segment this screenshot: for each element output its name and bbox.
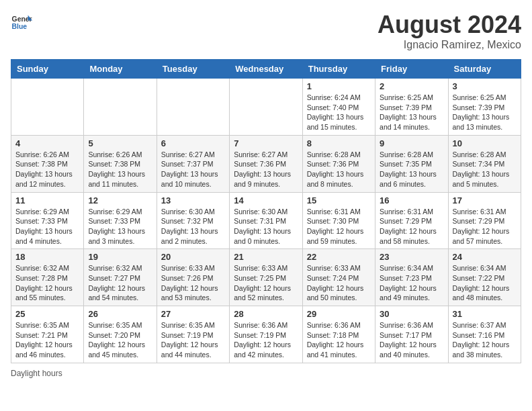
calendar-day-header: Wednesday [230,60,302,79]
day-number: 11 [15,195,79,205]
calendar-week-row: 18Sunrise: 6:32 AM Sunset: 7:28 PM Dayli… [11,249,521,306]
title-area: August 2024 Ignacio Ramirez, Mexico [378,11,521,51]
day-number: 5 [88,138,152,148]
day-info: Sunrise: 6:37 AM Sunset: 7:16 PM Dayligh… [453,320,517,360]
calendar-cell: 24Sunrise: 6:34 AM Sunset: 7:22 PM Dayli… [448,249,521,306]
day-info: Sunrise: 6:30 AM Sunset: 7:32 PM Dayligh… [161,207,225,246]
day-info: Sunrise: 6:33 AM Sunset: 7:26 PM Dayligh… [161,263,225,303]
day-number: 31 [453,309,517,319]
calendar-cell: 20Sunrise: 6:33 AM Sunset: 7:26 PM Dayli… [157,249,229,306]
day-info: Sunrise: 6:24 AM Sunset: 7:40 PM Dayligh… [307,93,371,132]
day-number: 22 [307,252,371,262]
day-info: Sunrise: 6:31 AM Sunset: 7:29 PM Dayligh… [453,207,517,246]
day-info: Sunrise: 6:25 AM Sunset: 7:39 PM Dayligh… [453,93,517,132]
page-title: August 2024 [378,11,521,39]
calendar-day-header: Monday [84,60,157,79]
calendar-week-row: 4Sunrise: 6:26 AM Sunset: 7:38 PM Daylig… [11,135,521,192]
day-number: 8 [307,138,371,148]
day-number: 28 [234,309,298,319]
calendar-cell: 2Sunrise: 6:25 AM Sunset: 7:39 PM Daylig… [375,79,448,136]
day-number: 26 [88,309,152,319]
calendar-day-header: Friday [375,60,448,79]
calendar-cell: 15Sunrise: 6:31 AM Sunset: 7:30 PM Dayli… [302,192,375,249]
day-number: 19 [88,252,152,262]
calendar-header-row: SundayMondayTuesdayWednesdayThursdayFrid… [11,60,521,79]
day-info: Sunrise: 6:35 AM Sunset: 7:20 PM Dayligh… [88,320,152,360]
day-info: Sunrise: 6:28 AM Sunset: 7:34 PM Dayligh… [453,150,517,189]
day-number: 20 [161,252,225,262]
calendar-cell: 25Sunrise: 6:35 AM Sunset: 7:21 PM Dayli… [11,306,84,363]
page-subtitle: Ignacio Ramirez, Mexico [378,39,521,51]
day-number: 1 [307,81,371,91]
day-number: 9 [380,138,443,148]
day-info: Sunrise: 6:33 AM Sunset: 7:24 PM Dayligh… [307,263,371,303]
day-number: 7 [234,138,298,148]
calendar-cell: 10Sunrise: 6:28 AM Sunset: 7:34 PM Dayli… [448,135,521,192]
calendar-cell: 14Sunrise: 6:30 AM Sunset: 7:31 PM Dayli… [230,192,302,249]
calendar-day-header: Thursday [302,60,375,79]
day-number: 12 [88,195,152,205]
day-number: 16 [380,195,443,205]
calendar-week-row: 11Sunrise: 6:29 AM Sunset: 7:33 PM Dayli… [11,192,521,249]
day-info: Sunrise: 6:34 AM Sunset: 7:23 PM Dayligh… [380,263,443,303]
calendar-cell: 1Sunrise: 6:24 AM Sunset: 7:40 PM Daylig… [302,79,375,136]
day-info: Sunrise: 6:35 AM Sunset: 7:19 PM Dayligh… [161,320,225,360]
day-info: Sunrise: 6:25 AM Sunset: 7:39 PM Dayligh… [380,93,443,132]
calendar-cell: 19Sunrise: 6:32 AM Sunset: 7:27 PM Dayli… [84,249,157,306]
calendar-cell: 31Sunrise: 6:37 AM Sunset: 7:16 PM Dayli… [448,306,521,363]
day-info: Sunrise: 6:34 AM Sunset: 7:22 PM Dayligh… [453,263,517,303]
calendar-day-header: Saturday [448,60,521,79]
calendar-cell: 16Sunrise: 6:31 AM Sunset: 7:29 PM Dayli… [375,192,448,249]
generalblue-logo-icon: General Blue [11,11,32,32]
calendar-cell: 21Sunrise: 6:33 AM Sunset: 7:25 PM Dayli… [230,249,302,306]
day-info: Sunrise: 6:36 AM Sunset: 7:18 PM Dayligh… [307,320,371,360]
day-info: Sunrise: 6:29 AM Sunset: 7:33 PM Dayligh… [15,207,79,246]
day-info: Sunrise: 6:31 AM Sunset: 7:30 PM Dayligh… [307,207,371,246]
calendar-week-row: 25Sunrise: 6:35 AM Sunset: 7:21 PM Dayli… [11,306,521,363]
day-info: Sunrise: 6:33 AM Sunset: 7:25 PM Dayligh… [234,263,298,303]
day-info: Sunrise: 6:28 AM Sunset: 7:35 PM Dayligh… [380,150,443,189]
calendar-cell: 12Sunrise: 6:29 AM Sunset: 7:33 PM Dayli… [84,192,157,249]
calendar-cell: 6Sunrise: 6:27 AM Sunset: 7:37 PM Daylig… [157,135,229,192]
svg-text:Blue: Blue [12,23,28,30]
day-number: 30 [380,309,443,319]
calendar-cell: 9Sunrise: 6:28 AM Sunset: 7:35 PM Daylig… [375,135,448,192]
day-info: Sunrise: 6:32 AM Sunset: 7:27 PM Dayligh… [88,263,152,303]
calendar-table: SundayMondayTuesdayWednesdayThursdayFrid… [11,59,521,363]
header: General Blue August 2024 Ignacio Ramirez… [11,11,521,51]
day-info: Sunrise: 6:30 AM Sunset: 7:31 PM Dayligh… [234,207,298,246]
day-number: 23 [380,252,443,262]
day-info: Sunrise: 6:28 AM Sunset: 7:36 PM Dayligh… [307,150,371,189]
day-info: Sunrise: 6:35 AM Sunset: 7:21 PM Dayligh… [15,320,79,360]
day-number: 13 [161,195,225,205]
day-info: Sunrise: 6:32 AM Sunset: 7:28 PM Dayligh… [15,263,79,303]
day-number: 14 [234,195,298,205]
day-info: Sunrise: 6:26 AM Sunset: 7:38 PM Dayligh… [15,150,79,189]
calendar-cell: 26Sunrise: 6:35 AM Sunset: 7:20 PM Dayli… [84,306,157,363]
calendar-cell: 13Sunrise: 6:30 AM Sunset: 7:32 PM Dayli… [157,192,229,249]
day-number: 21 [234,252,298,262]
day-number: 15 [307,195,371,205]
day-info: Sunrise: 6:36 AM Sunset: 7:17 PM Dayligh… [380,320,443,360]
footer-note: Daylight hours [11,369,521,378]
calendar-week-row: 1Sunrise: 6:24 AM Sunset: 7:40 PM Daylig… [11,79,521,136]
calendar-cell: 27Sunrise: 6:35 AM Sunset: 7:19 PM Dayli… [157,306,229,363]
day-number: 10 [453,138,517,148]
calendar-cell: 7Sunrise: 6:27 AM Sunset: 7:36 PM Daylig… [230,135,302,192]
calendar-cell: 29Sunrise: 6:36 AM Sunset: 7:18 PM Dayli… [302,306,375,363]
calendar-day-header: Tuesday [157,60,229,79]
day-info: Sunrise: 6:31 AM Sunset: 7:29 PM Dayligh… [380,207,443,246]
calendar-cell: 28Sunrise: 6:36 AM Sunset: 7:19 PM Dayli… [230,306,302,363]
day-info: Sunrise: 6:29 AM Sunset: 7:33 PM Dayligh… [88,207,152,246]
calendar-cell [157,79,229,136]
day-number: 6 [161,138,225,148]
calendar-cell: 17Sunrise: 6:31 AM Sunset: 7:29 PM Dayli… [448,192,521,249]
day-number: 2 [380,81,443,91]
calendar-cell: 4Sunrise: 6:26 AM Sunset: 7:38 PM Daylig… [11,135,84,192]
day-number: 24 [453,252,517,262]
day-number: 18 [15,252,79,262]
calendar-cell: 22Sunrise: 6:33 AM Sunset: 7:24 PM Dayli… [302,249,375,306]
calendar-cell [230,79,302,136]
calendar-cell [11,79,84,136]
calendar-cell: 23Sunrise: 6:34 AM Sunset: 7:23 PM Dayli… [375,249,448,306]
